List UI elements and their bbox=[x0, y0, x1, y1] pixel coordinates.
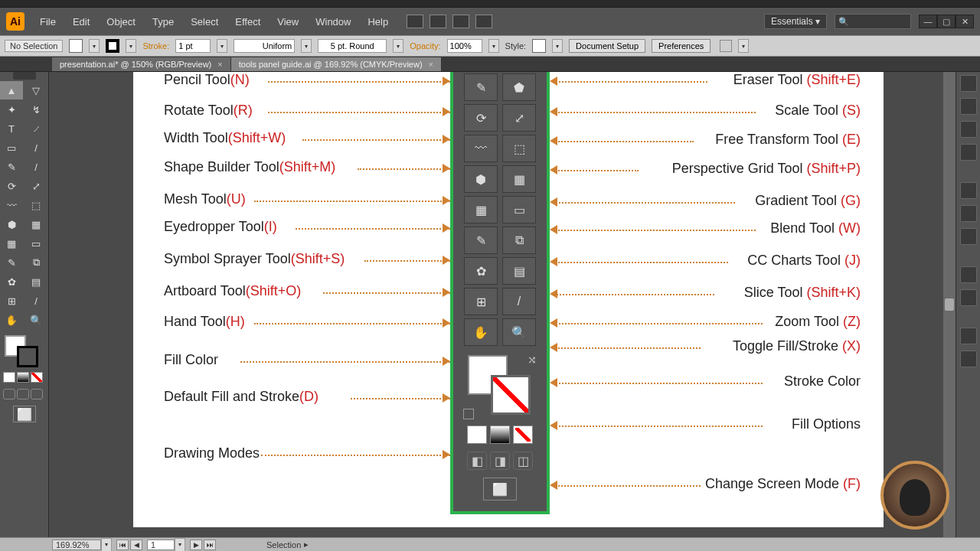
artboard-tool[interactable]: ⊞ bbox=[0, 292, 23, 310]
selection-tool[interactable]: ▲ bbox=[0, 81, 23, 99]
menu-select[interactable]: Select bbox=[183, 13, 226, 31]
artboard-number[interactable]: 1 bbox=[147, 540, 175, 550]
stroke-dropdown[interactable]: ▾ bbox=[126, 39, 136, 53]
width-tool[interactable]: 〰 bbox=[0, 196, 23, 214]
column-graph-tool[interactable]: ▤ bbox=[24, 272, 47, 291]
maximize-button[interactable]: ▢ bbox=[937, 15, 956, 28]
fill-none-mode[interactable] bbox=[31, 372, 43, 383]
scrollbar-thumb[interactable] bbox=[945, 298, 954, 311]
panel-grip[interactable] bbox=[13, 72, 36, 80]
fill-dropdown[interactable]: ▾ bbox=[89, 39, 100, 53]
stroke-weight-input[interactable] bbox=[175, 39, 211, 53]
canvas-area[interactable]: ✎⬟⟳⤢〰⬚⬢▦▦▭✎⧉✿▤⊞/✋🔍⤭◧◨◫⬜Pencil Tool(N)Rot… bbox=[49, 72, 956, 537]
menu-file[interactable]: File bbox=[32, 13, 64, 31]
direct-selection-tool[interactable]: ▽ bbox=[24, 81, 47, 99]
hand-tool[interactable]: ✋ bbox=[0, 311, 23, 329]
stroke-panel-icon[interactable] bbox=[960, 182, 977, 199]
artboard-dropdown[interactable]: ▾ bbox=[175, 538, 185, 552]
scale-tool[interactable]: ⤢ bbox=[24, 177, 47, 195]
slice-tool[interactable]: / bbox=[24, 292, 47, 310]
close-icon[interactable]: × bbox=[217, 60, 222, 69]
close-icon[interactable]: × bbox=[429, 60, 433, 69]
brushes-panel-icon[interactable] bbox=[960, 121, 977, 138]
zoom-level[interactable]: 169.92% bbox=[52, 540, 101, 550]
fill-stroke-control[interactable] bbox=[0, 332, 48, 370]
screen-mode-button[interactable]: ⬜ bbox=[13, 406, 36, 422]
next-artboard-button[interactable]: ▶ bbox=[190, 540, 202, 550]
draw-normal-icon[interactable] bbox=[3, 389, 15, 399]
pen-tool[interactable]: T bbox=[0, 119, 23, 138]
pencil-tool[interactable]: / bbox=[24, 158, 47, 176]
brush-input[interactable] bbox=[318, 39, 387, 53]
draw-inside-icon[interactable] bbox=[31, 389, 43, 399]
gpu-toggle-icon[interactable] bbox=[407, 15, 423, 28]
gradient-panel-icon[interactable] bbox=[960, 205, 977, 222]
menu-type[interactable]: Type bbox=[145, 13, 181, 31]
last-artboard-button[interactable]: ⏭ bbox=[204, 540, 216, 550]
fill-gradient-mode[interactable] bbox=[17, 372, 29, 383]
eyedropper-tool[interactable]: ✎ bbox=[0, 253, 23, 272]
appearance-panel-icon[interactable] bbox=[960, 266, 977, 283]
first-artboard-button[interactable]: ⏮ bbox=[116, 540, 129, 550]
arrange-docs-icon[interactable] bbox=[452, 15, 469, 28]
artboards-panel-icon[interactable] bbox=[960, 350, 977, 367]
align-button[interactable] bbox=[720, 40, 732, 52]
align-drop[interactable]: ▾ bbox=[738, 39, 749, 53]
blend-tool[interactable]: ⧉ bbox=[24, 253, 47, 272]
style-drop[interactable]: ▾ bbox=[552, 39, 563, 53]
style-swatch[interactable] bbox=[532, 39, 546, 53]
draw-behind-icon[interactable] bbox=[17, 389, 29, 399]
menu-help[interactable]: Help bbox=[360, 13, 396, 31]
stroke-weight-drop[interactable]: ▾ bbox=[217, 39, 227, 53]
vertical-scrollbar[interactable] bbox=[943, 72, 956, 537]
search-input[interactable]: 🔍 bbox=[835, 14, 911, 29]
layers-panel-icon[interactable] bbox=[960, 328, 977, 344]
doc-tab-presentation[interactable]: presentation.ai* @ 150% (RGB/Preview) × bbox=[52, 57, 231, 71]
close-button[interactable]: ✕ bbox=[956, 15, 974, 28]
fill-color-mode[interactable] bbox=[3, 372, 15, 383]
rotate-tool[interactable]: ⟳ bbox=[0, 177, 23, 195]
zoom-tool[interactable]: 🔍 bbox=[24, 311, 47, 329]
menu-effect[interactable]: Effect bbox=[227, 13, 268, 31]
menu-window[interactable]: Window bbox=[308, 13, 358, 31]
prev-artboard-button[interactable]: ◀ bbox=[130, 540, 142, 550]
line-tool[interactable]: / bbox=[24, 139, 47, 157]
menu-view[interactable]: View bbox=[270, 13, 306, 31]
leader-line bbox=[553, 262, 728, 263]
lasso-tool[interactable]: ↯ bbox=[24, 100, 47, 119]
zoom-dropdown[interactable]: ▾ bbox=[101, 538, 112, 552]
type-tool[interactable]: ▭ bbox=[0, 139, 23, 157]
brush-drop[interactable]: ▾ bbox=[393, 39, 403, 53]
transparency-panel-icon[interactable] bbox=[960, 228, 977, 245]
curvature-tool[interactable]: ⟋ bbox=[24, 119, 47, 138]
stroke-profile-input[interactable] bbox=[234, 39, 295, 53]
magic-wand-tool[interactable]: ✦ bbox=[0, 100, 23, 119]
symbols-panel-icon[interactable] bbox=[960, 144, 977, 161]
doc-tab-tools-guide[interactable]: tools panel guide.ai @ 169.92% (CMYK/Pre… bbox=[231, 57, 442, 71]
graphic-styles-panel-icon[interactable] bbox=[960, 289, 977, 306]
stroke-profile-drop[interactable]: ▾ bbox=[301, 39, 312, 53]
menu-object[interactable]: Object bbox=[99, 13, 143, 31]
opacity-input[interactable] bbox=[447, 39, 482, 53]
paintbrush-tool[interactable]: ✎ bbox=[0, 158, 23, 176]
document-setup-button[interactable]: Document Setup bbox=[569, 39, 645, 53]
symbol-sprayer-tool[interactable]: ✿ bbox=[0, 272, 23, 291]
shape-builder-tool[interactable]: ⬢ bbox=[0, 215, 23, 233]
mesh-tool[interactable]: ▦ bbox=[0, 234, 23, 253]
stroke-box[interactable] bbox=[17, 346, 38, 367]
swatches-panel-icon[interactable] bbox=[960, 98, 977, 115]
gradient-tool[interactable]: ▭ bbox=[24, 234, 47, 253]
workspace-switcher[interactable]: Essentials ▾ bbox=[764, 14, 827, 29]
perspective-tool[interactable]: ▦ bbox=[24, 215, 47, 233]
stroke-swatch[interactable] bbox=[106, 39, 119, 53]
free-transform-tool[interactable]: ⬚ bbox=[24, 196, 47, 214]
menu-edit[interactable]: Edit bbox=[65, 13, 97, 31]
color-panel-icon[interactable] bbox=[960, 75, 977, 92]
fill-swatch[interactable] bbox=[69, 39, 83, 53]
sync-icon[interactable] bbox=[475, 15, 492, 28]
opacity-drop[interactable]: ▾ bbox=[488, 39, 499, 53]
doc-mode-icon[interactable] bbox=[430, 15, 446, 28]
preferences-button[interactable]: Preferences bbox=[652, 39, 710, 53]
minimize-button[interactable]: — bbox=[919, 15, 937, 28]
status-dropdown-icon[interactable]: ▸ bbox=[304, 540, 309, 549]
